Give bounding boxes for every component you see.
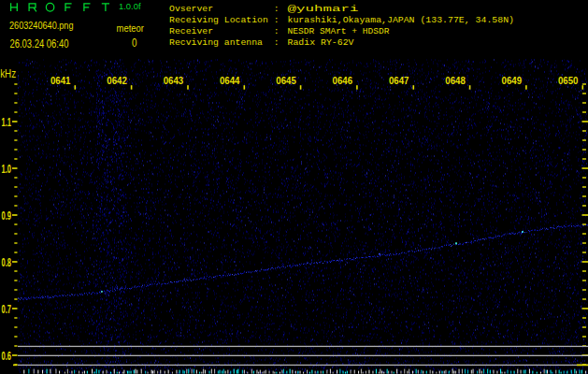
svg-text:meteor: meteor — [117, 22, 145, 34]
svg-text:Recviving antenna :: Recviving antenna : — [169, 37, 280, 48]
svg-text:0649: 0649 — [502, 75, 523, 86]
svg-text:Radix RY-62V: Radix RY-62V — [288, 37, 354, 48]
svg-text:0648: 0648 — [445, 75, 466, 86]
svg-text:kHz: kHz — [0, 67, 16, 80]
svg-text:1.0.0f: 1.0.0f — [119, 2, 141, 11]
svg-text:Ovserver :: Ovserver : — [169, 4, 280, 14]
svg-text:0642: 0642 — [107, 75, 127, 86]
svg-text:2603240640.png: 2603240640.png — [9, 19, 74, 32]
svg-text:@yuhmari: @yuhmari — [288, 4, 359, 14]
svg-text:0646: 0646 — [333, 75, 353, 86]
svg-text:kurashiki,Okayama,JAPAN (133.7: kurashiki,Okayama,JAPAN (133.77E, 34.58N… — [288, 15, 515, 25]
svg-text:0.7: 0.7 — [2, 303, 12, 316]
svg-text:26.03.24 06:40: 26.03.24 06:40 — [10, 37, 69, 50]
svg-text:0645: 0645 — [276, 75, 296, 86]
svg-text:0.8: 0.8 — [2, 256, 12, 269]
svg-text:Receiver :: Receiver : — [169, 26, 280, 36]
svg-text:0.6: 0.6 — [2, 350, 12, 363]
svg-text:Receiving Location :: Receiving Location : — [169, 15, 280, 25]
svg-text:1.1: 1.1 — [2, 116, 12, 129]
svg-text:0644: 0644 — [220, 75, 240, 86]
svg-text:0.9: 0.9 — [2, 209, 12, 223]
svg-text:0650: 0650 — [558, 75, 579, 86]
svg-text:0643: 0643 — [164, 75, 184, 86]
svg-text:0647: 0647 — [389, 75, 409, 86]
svg-text:0641: 0641 — [50, 75, 71, 86]
svg-text:NESDR SMArt + HDSDR: NESDR SMArt + HDSDR — [288, 26, 390, 36]
svg-text:0: 0 — [132, 36, 137, 50]
svg-text:1.0: 1.0 — [2, 163, 12, 176]
